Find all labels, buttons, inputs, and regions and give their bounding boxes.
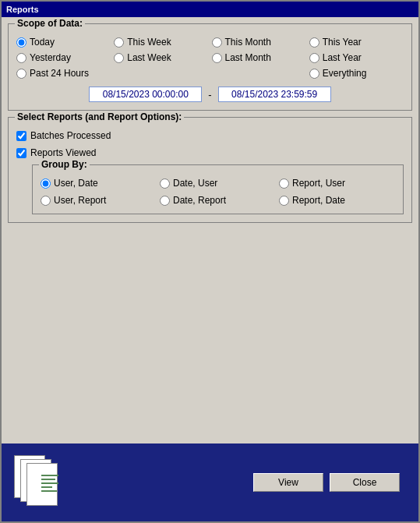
radio-date-user-label[interactable]: Date, User <box>173 178 217 189</box>
scope-group-box: Scope of Data: Today This Week This Mont… <box>8 23 412 111</box>
thumb-line-1 <box>41 475 58 476</box>
radio-yesterday-label[interactable]: Yesterday <box>30 52 71 63</box>
scope-radio-grid: Today This Week This Month This Year <box>16 37 404 79</box>
reports-group-box: Select Reports (and Report Options): Bat… <box>8 117 412 223</box>
date-to-input[interactable] <box>218 87 331 102</box>
radio-this-year-label[interactable]: This Year <box>323 37 362 48</box>
checkbox-batches[interactable]: Batches Processed <box>16 130 404 141</box>
radio-everything-label[interactable]: Everything <box>323 68 367 79</box>
scope-title: Scope of Data: <box>15 18 85 29</box>
radio-this-month-label[interactable]: This Month <box>225 37 271 48</box>
button-group: View Close <box>253 473 400 492</box>
radio-user-date[interactable]: User, Date <box>41 178 157 189</box>
radio-yesterday[interactable]: Yesterday <box>16 52 111 63</box>
radio-last-week-label[interactable]: Last Week <box>127 52 171 63</box>
radio-report-date-label[interactable]: Report, Date <box>292 195 345 206</box>
window-title: Reports <box>6 5 39 14</box>
group-by-grid: User, Date Date, User Report, User <box>41 178 395 206</box>
date-from-input[interactable] <box>89 87 202 102</box>
thumb-line-4 <box>41 486 52 488</box>
batches-checkbox[interactable] <box>16 131 26 141</box>
radio-report-user-label[interactable]: Report, User <box>292 178 345 189</box>
radio-this-week-label[interactable]: This Week <box>127 37 171 48</box>
thumb-page-front <box>26 463 58 506</box>
radio-user-date-label[interactable]: User, Date <box>54 178 98 189</box>
radio-this-year[interactable]: This Year <box>309 37 404 48</box>
radio-everything[interactable]: Everything <box>309 68 404 79</box>
radio-placeholder-2 <box>212 68 306 79</box>
date-range-row: - <box>16 87 404 102</box>
thumbnail <box>14 455 57 510</box>
radio-last-year[interactable]: Last Year <box>309 52 404 63</box>
reports-viewed-checkbox[interactable] <box>16 148 26 158</box>
group-by-title: Group By: <box>39 159 90 170</box>
scope-section: Today This Week This Month This Year <box>16 37 404 102</box>
radio-past-24-label[interactable]: Past 24 Hours <box>30 68 89 79</box>
close-button[interactable]: Close <box>330 473 400 492</box>
view-button[interactable]: View <box>253 473 323 492</box>
date-separator: - <box>208 89 211 101</box>
group-by-box: Group By: User, Date Date, User Repo <box>32 164 404 214</box>
radio-this-week[interactable]: This Week <box>114 37 208 48</box>
radio-last-year-label[interactable]: Last Year <box>323 52 362 63</box>
radio-report-user[interactable]: Report, User <box>279 178 395 189</box>
radio-report-date[interactable]: Report, Date <box>279 195 395 206</box>
thumb-lines <box>41 475 58 492</box>
radio-user-report-label[interactable]: User, Report <box>54 195 106 206</box>
reports-title: Select Reports (and Report Options): <box>15 111 184 122</box>
radio-today[interactable]: Today <box>16 37 111 48</box>
radio-past-24[interactable]: Past 24 Hours <box>16 68 111 79</box>
thumb-line-3 <box>41 482 58 484</box>
batches-label[interactable]: Batches Processed <box>30 130 111 141</box>
content-area: Scope of Data: Today This Week This Mont… <box>2 17 418 443</box>
bottom-bar: View Close <box>2 443 418 521</box>
checkbox-reports-viewed[interactable]: Reports Viewed <box>16 147 404 158</box>
radio-last-month[interactable]: Last Month <box>212 52 306 63</box>
reports-viewed-label[interactable]: Reports Viewed <box>30 147 97 158</box>
thumb-line-5 <box>41 490 57 492</box>
radio-last-month-label[interactable]: Last Month <box>225 52 271 63</box>
radio-this-month[interactable]: This Month <box>212 37 306 48</box>
main-window: Reports Scope of Data: Today This Week <box>0 0 420 523</box>
radio-user-report[interactable]: User, Report <box>41 195 157 206</box>
radio-placeholder-1 <box>114 68 208 79</box>
radio-today-label[interactable]: Today <box>30 37 55 48</box>
radio-date-report[interactable]: Date, Report <box>160 195 276 206</box>
radio-date-report-label[interactable]: Date, Report <box>173 195 226 206</box>
thumb-line-2 <box>41 479 55 480</box>
reports-section: Batches Processed Reports Viewed Group B… <box>16 130 404 214</box>
radio-date-user[interactable]: Date, User <box>160 178 276 189</box>
title-bar: Reports <box>2 2 418 17</box>
radio-last-week[interactable]: Last Week <box>114 52 208 63</box>
